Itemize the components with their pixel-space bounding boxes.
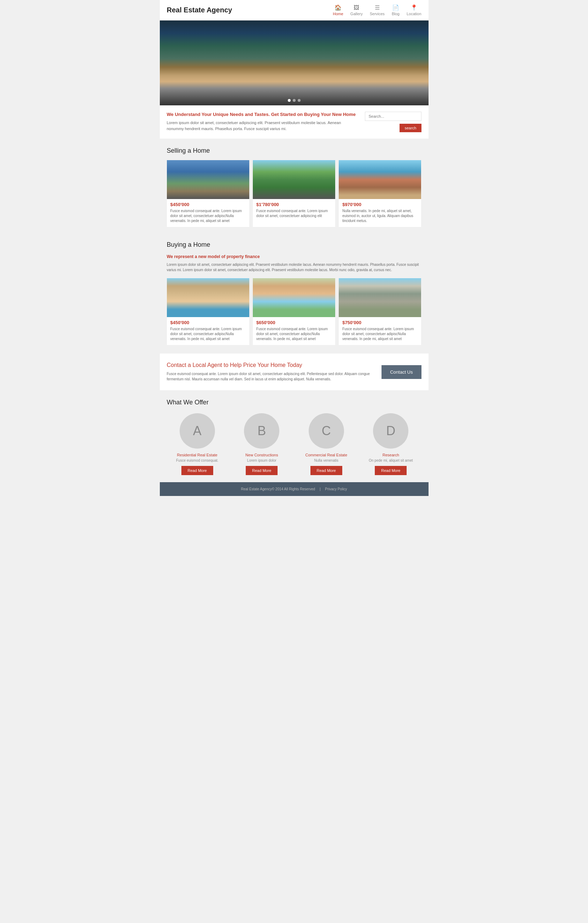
offer-name-b: New Constructions <box>245 453 278 457</box>
nav-home[interactable]: 🏠 Home <box>333 4 343 16</box>
buying-price-1: $450'000 <box>167 317 249 327</box>
search-left: We Understand Your Unique Needs and Tast… <box>167 112 358 132</box>
buying-card-2: $650'000 Fusce euismod consequat ante. L… <box>253 278 335 345</box>
hero-dot-1[interactable] <box>288 99 291 102</box>
buying-desc-2: Fusce euismod consequat ante. Lorem ipsu… <box>253 327 335 345</box>
buying-desc-3: Fusce euismod consequat ante. Lorem ipsu… <box>339 327 421 345</box>
nav-services-label: Services <box>370 11 385 16</box>
offer-letter-c: C <box>322 424 331 439</box>
cta-title: Contact a Local Agent to Help Price Your… <box>167 362 375 368</box>
offer-section: What We Offer A Residential Real Estate … <box>160 392 429 482</box>
selling-card-1: $450'000 Fusce euismod consequat ante. L… <box>167 160 249 227</box>
offer-name-c: Commercial Real Estate <box>305 453 347 457</box>
offer-name-d: Research <box>383 453 399 457</box>
site-logo: Real Estate Agency <box>167 6 232 14</box>
search-text: Lorem ipsum dolor sit amet, consectetuer… <box>167 120 358 131</box>
offer-desc-b: Lorem ipsum dolor <box>247 458 276 462</box>
search-input[interactable] <box>365 112 422 121</box>
selling-section: Selling a Home $450'000 Fusce euismod co… <box>160 140 429 234</box>
selling-desc-1: Fusce euismod consequat ante. Lorem ipsu… <box>167 209 249 227</box>
footer-separator: | <box>320 487 321 491</box>
offer-letter-d: D <box>386 424 395 439</box>
read-more-constructions[interactable]: Read More <box>246 466 278 475</box>
selling-title: Selling a Home <box>167 147 422 154</box>
privacy-policy-link[interactable]: Privacy Policy <box>325 487 347 491</box>
selling-price-1: $450'000 <box>167 199 249 209</box>
offer-card-commercial: C Commercial Real Estate Nulla venenatis… <box>296 413 357 475</box>
services-icon: ☰ <box>375 4 380 11</box>
buying-subtitle: We represent a new model of property fin… <box>167 254 422 259</box>
contact-us-button[interactable]: Contact Us <box>381 365 421 379</box>
blog-icon: 📄 <box>392 4 399 11</box>
cta-left: Contact a Local Agent to Help Price Your… <box>167 362 375 382</box>
footer-text: Real Estate Agency© 2014 All Rights Rese… <box>241 487 315 491</box>
selling-image-1 <box>167 160 249 199</box>
offer-card-research: D Research On pede mi, aliquet sit amet … <box>360 413 422 475</box>
hero-banner <box>160 20 429 105</box>
selling-image-2 <box>253 160 335 199</box>
offer-name-a: Residential Real Estate <box>177 453 217 457</box>
nav-location-label: Location <box>407 11 422 16</box>
buying-desc-1: Fusce euismod consequat ante. Lorem ipsu… <box>167 327 249 345</box>
buying-card-1: $450'000 Fusce euismod consequat ante. L… <box>167 278 249 345</box>
buying-card-3: $750'000 Fusce euismod consequat ante. L… <box>339 278 421 345</box>
read-more-residential[interactable]: Read More <box>181 466 213 475</box>
offer-title: What We Offer <box>167 399 422 406</box>
offer-card-constructions: B New Constructions Lorem ipsum dolor Re… <box>231 413 292 475</box>
selling-desc-3: Nulla venenatis. In pede mi, aliquet sit… <box>339 209 421 227</box>
home-icon: 🏠 <box>335 4 342 11</box>
selling-card-2: $1'780'000 Fusce euismod consequat ante.… <box>253 160 335 227</box>
buying-section: Buying a Home We represent a new model o… <box>160 234 429 352</box>
selling-grid: $450'000 Fusce euismod consequat ante. L… <box>167 160 422 227</box>
header: Real Estate Agency 🏠 Home 🖼 Gallery ☰ Se… <box>160 0 429 20</box>
selling-desc-2: Fusce euismod consequat ante. Lorem ipsu… <box>253 209 335 222</box>
search-button[interactable]: search <box>399 124 421 132</box>
nav-services[interactable]: ☰ Services <box>370 4 385 16</box>
search-headline: We Understand Your Unique Needs and Tast… <box>167 112 358 117</box>
nav-location[interactable]: 📍 Location <box>407 4 422 16</box>
main-nav: 🏠 Home 🖼 Gallery ☰ Services 📄 Blog 📍 Loc… <box>333 4 422 16</box>
nav-blog-label: Blog <box>392 11 399 16</box>
hero-dot-3[interactable] <box>298 99 301 102</box>
buying-image-3 <box>339 278 421 317</box>
nav-blog[interactable]: 📄 Blog <box>392 4 399 16</box>
buying-grid: $450'000 Fusce euismod consequat ante. L… <box>167 278 422 345</box>
offer-desc-c: Nulla venenatis <box>314 458 338 462</box>
offer-desc-a: Fusce euismod consequat. <box>176 458 218 462</box>
footer: Real Estate Agency© 2014 All Rights Rese… <box>160 482 429 496</box>
buying-image-1 <box>167 278 249 317</box>
buying-price-3: $750'000 <box>339 317 421 327</box>
hero-dots <box>288 99 301 102</box>
hero-dot-2[interactable] <box>293 99 296 102</box>
selling-image-3 <box>339 160 421 199</box>
cta-text: Fusce euismod consequat ante. Lorem ipsu… <box>167 371 375 382</box>
offer-letter-a: A <box>193 424 202 439</box>
cta-section: Contact a Local Agent to Help Price Your… <box>160 353 429 390</box>
offer-circle-a: A <box>180 413 215 448</box>
offer-card-residential: A Residential Real Estate Fusce euismod … <box>167 413 228 475</box>
nav-gallery-label: Gallery <box>350 11 363 16</box>
read-more-commercial[interactable]: Read More <box>310 466 342 475</box>
offer-circle-b: B <box>244 413 279 448</box>
buying-image-2 <box>253 278 335 317</box>
selling-price-2: $1'780'000 <box>253 199 335 209</box>
selling-price-3: $970'000 <box>339 199 421 209</box>
nav-gallery[interactable]: 🖼 Gallery <box>350 5 363 16</box>
search-right: search <box>365 112 422 132</box>
location-icon: 📍 <box>411 4 417 11</box>
gallery-icon: 🖼 <box>353 5 359 11</box>
buying-title: Buying a Home <box>167 241 422 248</box>
nav-home-label: Home <box>333 11 343 16</box>
read-more-research[interactable]: Read More <box>375 466 407 475</box>
buying-price-2: $650'000 <box>253 317 335 327</box>
selling-card-3: $970'000 Nulla venenatis. In pede mi, al… <box>339 160 421 227</box>
offer-letter-b: B <box>258 424 266 439</box>
offer-circle-c: C <box>309 413 344 448</box>
buying-text: Lorem ipsum dolor sit amet, consectetuer… <box>167 262 422 273</box>
offer-grid: A Residential Real Estate Fusce euismod … <box>167 413 422 475</box>
offer-desc-d: On pede mi, aliquet sit amet <box>369 458 413 462</box>
search-section: We Understand Your Unique Needs and Tast… <box>160 105 429 139</box>
offer-circle-d: D <box>373 413 408 448</box>
